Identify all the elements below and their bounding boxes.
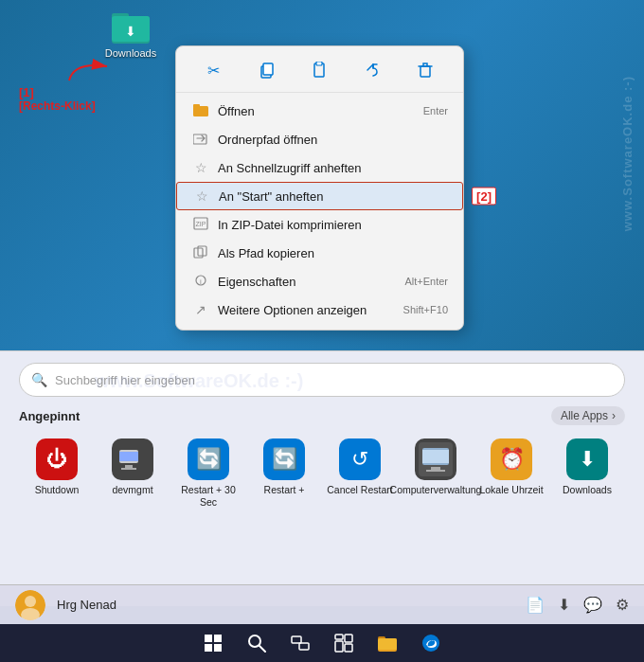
menu-item-open-label: Öffnen xyxy=(218,104,255,118)
menu-item-zip[interactable]: ZIP In ZIP-Datei komprimieren xyxy=(176,210,463,239)
devmgmt-icon xyxy=(112,438,153,480)
app-item-localtime[interactable]: ⏰ Lokale Uhrzeit xyxy=(474,433,549,513)
folder-icon: ⬇ xyxy=(112,8,150,45)
downloads-desktop-icon[interactable]: ⬇ Downloads xyxy=(102,8,159,59)
svg-rect-23 xyxy=(121,468,136,470)
restart-icon: 🔄 xyxy=(263,438,305,480)
menu-item-properties-shortcut: Alt+Enter xyxy=(404,276,448,287)
taskview-taskbar-icon[interactable] xyxy=(283,626,317,660)
user-avatar xyxy=(15,590,45,620)
svg-line-37 xyxy=(259,646,265,652)
menu-item-pin-start[interactable]: ☆ An "Start" anheften [2] xyxy=(176,182,463,210)
user-bar: Hrg Nenad 📄 ⬇ 💬 ⚙ xyxy=(0,584,644,624)
app-item-downloads[interactable]: ⬇ Downloads xyxy=(549,433,625,513)
search-placeholder: Suchbegriff hier eingeben xyxy=(55,373,195,387)
svg-rect-11 xyxy=(193,104,200,108)
label-rechts-klick: [Rechts-Klick] xyxy=(19,99,96,113)
app-label-shutdown: Shutdown xyxy=(35,484,80,496)
app-label-cancel-restart: Cancel Restart xyxy=(327,484,392,496)
svg-rect-26 xyxy=(422,450,449,463)
svg-rect-35 xyxy=(214,644,222,652)
app-item-restart[interactable]: 🔄 Restart + xyxy=(246,433,322,513)
svg-rect-12 xyxy=(193,134,206,144)
all-apps-label: Alle Apps xyxy=(561,409,608,422)
svg-rect-8 xyxy=(316,62,322,65)
svg-rect-6 xyxy=(263,63,273,75)
menu-item-more-options-shortcut: Shift+F10 xyxy=(403,304,448,315)
localtime-icon: ⏰ xyxy=(491,438,532,480)
watermark: www.SoftwareOK.de :-) xyxy=(620,76,635,231)
explorer-taskbar-icon[interactable] xyxy=(370,626,404,660)
app-label-restart: Restart + xyxy=(264,484,305,496)
settings-icon[interactable]: ⚙ xyxy=(616,596,629,614)
pinned-title: Angepinnt xyxy=(19,409,80,423)
app-grid: ⏻ Shutdown devmgmt 🔄 Restart + 30 Sec xyxy=(0,433,644,513)
svg-rect-38 xyxy=(292,636,301,643)
desktop: www.SoftwareOK.de :-) ⬇ Downloads [1] [R… xyxy=(0,0,644,350)
shutdown-icon: ⏻ xyxy=(36,438,78,480)
user-bar-icons: 📄 ⬇ 💬 ⚙ xyxy=(526,596,629,614)
svg-rect-42 xyxy=(335,641,343,652)
paste-icon[interactable] xyxy=(305,56,333,84)
folder-open-icon xyxy=(191,103,210,119)
svg-rect-27 xyxy=(431,467,440,470)
share-icon[interactable] xyxy=(358,56,386,84)
search-taskbar-icon[interactable] xyxy=(240,626,274,660)
app-item-computer[interactable]: Computerverwaltung xyxy=(398,433,474,513)
downloads-app-icon: ⬇ xyxy=(566,438,608,480)
edge-taskbar-icon[interactable] xyxy=(414,626,448,660)
svg-rect-46 xyxy=(378,638,397,650)
star-icon: ☆ xyxy=(191,160,210,175)
download-icon[interactable]: ⬇ xyxy=(558,596,570,614)
search-bar[interactable]: 🔍 Suchbegriff hier eingeben xyxy=(19,363,625,397)
menu-item-more-options-label: Weitere Optionen anzeigen xyxy=(218,303,367,317)
menu-item-open-path[interactable]: Ordnerpfad öffnen xyxy=(176,125,463,153)
svg-rect-34 xyxy=(205,644,212,652)
menu-item-quick-access[interactable]: ☆ An Schnellzugriff anheften xyxy=(176,153,463,182)
file-icon[interactable]: 📄 xyxy=(526,596,545,614)
delete-icon[interactable] xyxy=(411,56,439,84)
app-item-restart30[interactable]: 🔄 Restart + 30 Sec xyxy=(170,433,246,513)
svg-rect-21 xyxy=(119,452,138,461)
menu-item-open-path-label: Ordnerpfad öffnen xyxy=(218,133,317,147)
svg-text:ZIP: ZIP xyxy=(196,221,206,227)
pin-star-icon: ☆ xyxy=(192,188,211,204)
computer-icon xyxy=(415,438,456,480)
app-item-devmgmt[interactable]: devmgmt xyxy=(95,433,170,513)
taskbar xyxy=(0,624,644,662)
cancel-restart-icon: ↺ xyxy=(339,438,381,480)
user-name: Hrg Nenad xyxy=(57,598,514,612)
app-label-devmgmt: devmgmt xyxy=(112,484,152,496)
svg-rect-33 xyxy=(214,635,222,642)
svg-rect-28 xyxy=(426,470,445,472)
app-item-shutdown[interactable]: ⏻ Shutdown xyxy=(19,433,95,513)
context-menu-toolbar: ✂ xyxy=(176,52,463,93)
widgets-taskbar-icon[interactable] xyxy=(327,626,361,660)
menu-item-properties-label: Eigenschaften xyxy=(218,275,295,289)
svg-rect-40 xyxy=(335,635,343,639)
search-icon: 🔍 xyxy=(31,372,47,387)
all-apps-button[interactable]: Alle Apps › xyxy=(551,406,625,425)
app-label-computer: Computerverwaltung xyxy=(390,484,482,496)
menu-item-open-shortcut: Enter xyxy=(423,105,448,116)
chevron-right-icon: › xyxy=(612,409,616,422)
more-options-icon: ↗ xyxy=(191,302,210,317)
copy-icon[interactable] xyxy=(253,56,281,84)
svg-rect-41 xyxy=(345,635,352,642)
menu-item-copy-path-label: Als Pfad kopieren xyxy=(218,246,314,260)
svg-point-30 xyxy=(25,596,36,607)
menu-item-more-options[interactable]: ↗ Weitere Optionen anzeigen Shift+F10 xyxy=(176,295,463,324)
menu-item-open[interactable]: Öffnen Enter xyxy=(176,97,463,125)
chat-icon[interactable]: 💬 xyxy=(583,596,602,614)
copy-path-icon xyxy=(191,245,210,261)
svg-rect-39 xyxy=(299,643,309,650)
cut-icon[interactable]: ✂ xyxy=(200,56,228,84)
svg-rect-43 xyxy=(345,644,352,652)
svg-rect-32 xyxy=(205,635,212,642)
app-item-cancel-restart[interactable]: ↺ Cancel Restart xyxy=(322,433,398,513)
folder-path-icon xyxy=(191,132,210,148)
menu-item-properties[interactable]: i Eigenschaften Alt+Enter xyxy=(176,267,463,295)
menu-item-copy-path[interactable]: Als Pfad kopieren xyxy=(176,239,463,267)
windows-taskbar-icon[interactable] xyxy=(196,626,230,660)
menu-item-zip-label: In ZIP-Datei komprimieren xyxy=(218,218,362,232)
